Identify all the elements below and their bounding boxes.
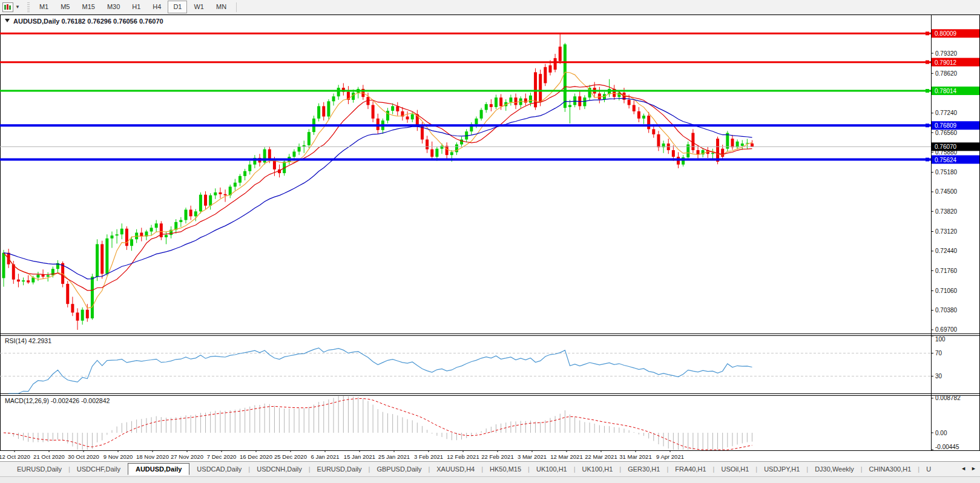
line-handle[interactable] xyxy=(926,158,929,162)
price-tick-label: 0.73120 xyxy=(935,228,958,235)
price-tick-label: 0.79320 xyxy=(935,50,958,57)
candle-bear xyxy=(548,65,551,73)
candle-bull xyxy=(435,149,438,157)
date-label: 16 Dec 2020 xyxy=(240,453,272,460)
tab-separator: | xyxy=(428,465,430,473)
candle-bear xyxy=(372,105,375,119)
candle-bear xyxy=(534,72,537,107)
candle-bull xyxy=(564,44,567,108)
price-tick-label: 0.72440 xyxy=(935,248,958,254)
price-line-value: 0.76809 xyxy=(935,122,957,129)
candle-bull xyxy=(248,165,251,171)
candle-bull xyxy=(307,132,311,145)
macd-axis-label: -0.00445 xyxy=(935,444,959,450)
symbol-tab-fra40-h1[interactable]: FRA40,H1 xyxy=(669,464,712,475)
candle-bull xyxy=(411,114,414,120)
symbol-tab-usdchf-daily[interactable]: USDCHF,Daily xyxy=(71,464,127,475)
price-tick-label: 0.70380 xyxy=(935,307,958,314)
symbol-tab-uk100-h1[interactable]: UK100,H1 xyxy=(576,464,619,475)
price-tick-label: 0.77240 xyxy=(935,110,958,116)
symbol-tab-uk100-h1[interactable]: UK100,H1 xyxy=(530,464,573,475)
symbol-tab-usdjpy-h1[interactable]: USDJPY,H1 xyxy=(758,464,806,475)
candle-bull xyxy=(303,145,306,146)
date-label: 22 Mar 2021 xyxy=(585,453,617,460)
candle-bear xyxy=(86,310,89,318)
price-line-value: 0.78014 xyxy=(935,88,957,94)
tab-separator: | xyxy=(713,465,715,473)
macd-axis-label: 0.00 xyxy=(935,430,947,436)
line-handle[interactable] xyxy=(926,123,929,127)
candle-bear xyxy=(652,129,655,134)
tab-separator: | xyxy=(574,465,576,473)
candle-bear xyxy=(539,74,542,102)
candle-bear xyxy=(637,111,640,119)
candle-bull xyxy=(441,146,444,149)
candle-bull xyxy=(130,239,133,246)
tab-scroll-right-button[interactable]: ► xyxy=(968,464,979,473)
candle-bear xyxy=(76,312,79,320)
candle-bull xyxy=(726,133,729,149)
candle-bear xyxy=(499,97,502,106)
line-handle[interactable] xyxy=(926,89,929,93)
symbol-tab-china300-h1[interactable]: CHINA300,H1 xyxy=(863,464,918,475)
date-label: 30 Oct 2020 xyxy=(68,453,99,460)
symbol-tab-usdcnh-daily[interactable]: USDCNH,Daily xyxy=(251,464,308,475)
symbol-tab-usdcad-daily[interactable]: USDCAD,Daily xyxy=(191,464,248,475)
rsi-axis-label: 100 xyxy=(935,336,945,343)
candle-bull xyxy=(110,235,113,238)
price-line-value: 0.80009 xyxy=(935,30,957,37)
date-label: 18 Nov 2020 xyxy=(136,453,169,460)
candle-bear xyxy=(721,149,724,157)
rsi-label: RSI(14) 42.2931 xyxy=(5,337,51,344)
symbol-tab-eurusd-daily[interactable]: EURUSD,Daily xyxy=(311,464,368,475)
symbol-tab-ger30-h1[interactable]: GER30,H1 xyxy=(622,464,666,475)
candle-bull xyxy=(509,97,512,102)
candle-bear xyxy=(426,140,429,150)
price-tick-label: 0.76560 xyxy=(935,130,958,136)
candle-bear xyxy=(554,58,557,70)
symbol-tab-u[interactable]: U xyxy=(920,464,937,475)
candle-bull xyxy=(234,183,237,187)
candle-bull xyxy=(22,280,25,281)
date-label: 25 Dec 2020 xyxy=(274,453,307,460)
candle-bull xyxy=(243,171,246,176)
candle-bull xyxy=(642,116,645,119)
symbol-tab-hk50-m15[interactable]: HK50,M15 xyxy=(484,464,527,475)
candle-bull xyxy=(96,244,99,277)
candle-bull xyxy=(386,111,389,120)
candle-bull xyxy=(391,106,394,111)
date-label: 25 Jan 2021 xyxy=(378,453,410,460)
tab-scroll-left-button[interactable]: ◄ xyxy=(958,464,968,473)
date-label: 3 Feb 2021 xyxy=(414,453,443,460)
candle-bear xyxy=(42,275,45,277)
line-handle[interactable] xyxy=(926,61,929,64)
line-handle[interactable] xyxy=(926,31,929,35)
candle-bear xyxy=(731,139,734,147)
candle-bull xyxy=(81,310,84,321)
symbol-tab-audusd-daily[interactable]: AUDUSD,Daily xyxy=(128,463,189,475)
candle-bull xyxy=(741,143,744,146)
candle-bear xyxy=(628,100,631,105)
date-label: 7 Dec 2020 xyxy=(207,453,237,460)
bottom-scroll-strip[interactable] xyxy=(0,476,980,483)
price-tick-label: 0.78620 xyxy=(935,70,958,77)
candle-bear xyxy=(647,116,650,129)
symbol-tab-dj30-weekly[interactable]: DJ30,Weekly xyxy=(809,464,860,475)
candle-bull xyxy=(686,145,689,157)
symbol-tab-eurusd-daily[interactable]: EURUSD,Daily xyxy=(11,464,68,475)
candle-bear xyxy=(27,280,30,282)
macd-axis-label: 0.008782 xyxy=(935,395,961,401)
candle-bear xyxy=(657,134,660,147)
candle-bull xyxy=(116,234,119,235)
candle-bear xyxy=(322,106,325,116)
candle-bull xyxy=(317,106,320,118)
candle-bear xyxy=(633,105,636,111)
candle-bull xyxy=(495,97,498,107)
tab-separator: | xyxy=(619,465,621,473)
candle-bear xyxy=(559,47,562,61)
date-label: 12 Oct 2020 xyxy=(0,453,30,460)
symbol-tab-usoil-h1[interactable]: USOil,H1 xyxy=(715,464,755,475)
symbol-tab-xauusd-h4[interactable]: XAUUSD,H4 xyxy=(430,464,481,475)
date-label: 12 Feb 2021 xyxy=(447,453,479,460)
symbol-tab-gbpusd-daily[interactable]: GBPUSD,Daily xyxy=(370,464,427,475)
